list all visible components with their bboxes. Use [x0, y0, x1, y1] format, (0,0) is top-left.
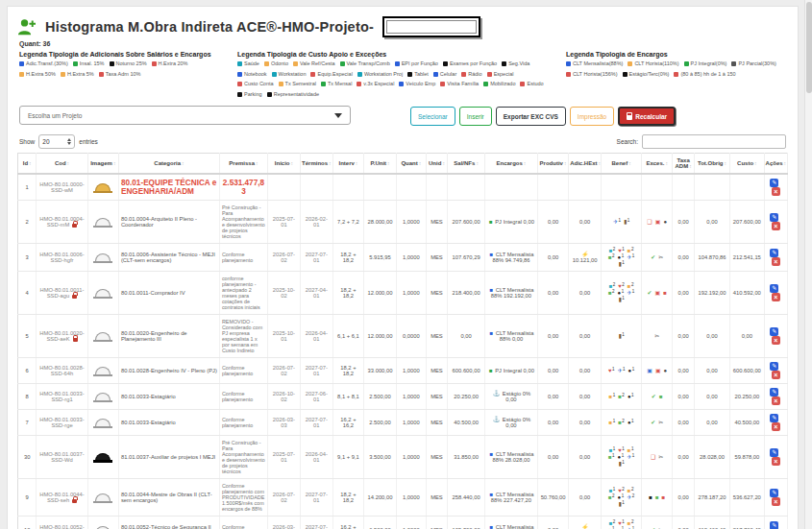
termino-date: 2027-06-01 — [306, 391, 328, 402]
cell-inicio: 2025-07-01 — [267, 436, 300, 479]
monitor-red-icon: ▣ — [655, 368, 661, 373]
monitor-red-icon: ▣ — [655, 290, 661, 296]
col-header-quant[interactable]: Quant↕ — [396, 154, 426, 175]
col-header-sal[interactable]: Sal/NFs↕ — [448, 154, 485, 175]
col-header-exces[interactable]: Exces.↕ — [642, 154, 673, 175]
col-header-interv[interactable]: Interv↕ — [332, 154, 363, 175]
cell-quant: 1,0000 — [396, 436, 426, 479]
col-header-custo[interactable]: Custo↕ — [730, 154, 765, 175]
plane-icon: ✈1 — [627, 254, 634, 260]
col-header-cod[interactable]: Cod↕ — [37, 154, 87, 175]
exces-icons: ■■■ — [644, 494, 670, 500]
cell-custo: 536.627,20 — [730, 479, 765, 517]
edit-button[interactable]: ✎ — [770, 327, 778, 336]
quant-label: Quant: 36 — [19, 40, 788, 47]
entries-label: entries — [79, 138, 98, 145]
cell-punit: 14.200,00 — [364, 479, 397, 517]
check-green-icon: ✔ — [652, 394, 656, 399]
legend-title: Legenda Tipologia de Custo Apoio e Exceç… — [237, 51, 554, 58]
cell-exces: ■■■ — [642, 479, 673, 517]
cell-prod: 0,00 — [537, 272, 568, 315]
cell-custo: 600.600,00 — [730, 358, 765, 384]
col-header-taxa[interactable]: Taxa ADM↕ — [673, 154, 695, 175]
selecionar-button[interactable]: Selecionar — [410, 107, 455, 126]
delete-button[interactable]: × — [772, 371, 780, 379]
cell-termino: 2027-07-01 — [300, 479, 332, 517]
legend-title: Legenda Tipologia de Encargos — [566, 51, 797, 58]
cell-img — [87, 315, 118, 358]
search-label: Search: — [617, 138, 638, 145]
scrollbar[interactable] — [804, 0, 812, 529]
cell-adic: 0,00 — [569, 410, 602, 436]
legend-swatch-icon — [357, 82, 361, 86]
delete-button[interactable]: × — [772, 257, 780, 266]
delete-button[interactable]: × — [772, 497, 780, 506]
edit-button[interactable]: ✎ — [770, 489, 778, 497]
cell-taxa: 0,00 — [673, 410, 695, 436]
premissa-text: Conforme planejamento — [222, 524, 253, 529]
delete-button[interactable]: × — [772, 222, 780, 230]
col-header-enc[interactable]: Encargos↕ — [485, 154, 538, 175]
flash-icon: ⚡ — [581, 252, 589, 257]
legend-swatch-icon — [272, 72, 277, 77]
col-header-acoes[interactable]: Ações↕ — [764, 154, 787, 175]
cell-tot: 0,00 — [694, 201, 729, 244]
col-header-benef[interactable]: Benef↕ — [602, 154, 642, 175]
termino-date: 2026-04-01 — [306, 330, 328, 342]
delete-button[interactable]: × — [772, 187, 780, 196]
sq-black-icon: ■ — [649, 494, 652, 500]
cell-quant: 1,0000 — [396, 244, 426, 272]
sort-icon: ↕ — [182, 160, 185, 166]
search-input[interactable] — [642, 134, 786, 149]
edit-button[interactable]: ✎ — [770, 448, 778, 457]
delete-button[interactable]: × — [772, 422, 780, 431]
delete-button[interactable]: × — [772, 397, 780, 405]
edit-button[interactable]: ✎ — [770, 521, 778, 529]
table-row: 6HMO-80.01.0028-SSD-64h80.01.0028-Engenh… — [18, 358, 788, 384]
edit-button[interactable]: ✎ — [770, 179, 778, 187]
edit-button[interactable]: ✎ — [770, 213, 778, 222]
flash-icon: ⚡ — [581, 524, 589, 529]
helmet-icon — [95, 453, 111, 461]
project-select[interactable]: Escolha um Projeto — [19, 106, 351, 125]
col-header-id[interactable]: Id↕ — [18, 154, 37, 175]
cell-benef: ■1■2●1 — [602, 410, 642, 436]
impress-o-button[interactable]: Impressão — [570, 107, 614, 126]
cell-cat: 80.01-EQUIPE TÉCNICA e ENGENHARIA/ADM — [118, 174, 219, 201]
edit-button[interactable]: ✎ — [770, 249, 778, 257]
encargo-text: CLT Mensalista 88% 192.192,00 — [491, 287, 534, 299]
cell-enc: ■ CLT Mensalista 88% 227.427,20 — [485, 479, 538, 517]
col-header-prem[interactable]: Premissa↕ — [219, 154, 267, 175]
edit-button[interactable]: ✎ — [770, 362, 778, 371]
legend-item: Insal. 15% — [73, 60, 105, 68]
sq-red-icon: ■ — [663, 290, 667, 296]
col-header-punit[interactable]: P.Unit↕ — [364, 154, 397, 175]
cell-cod: HMO-80.01.0037-SSD-Wd — [37, 436, 87, 479]
page-size-select[interactable]: 20 — [38, 134, 75, 149]
exportar-exc-cvs-button[interactable]: Exportar EXC CVS — [496, 107, 566, 126]
recalcular-button[interactable]: Recalcular — [618, 107, 676, 126]
col-header-prod[interactable]: Produtiv↕ — [537, 154, 568, 175]
edit-button[interactable]: ✎ — [770, 414, 778, 422]
col-header-cat[interactable]: Categoria↕ — [118, 154, 219, 175]
edit-button[interactable]: ✎ — [770, 284, 778, 293]
scrollbar-thumb[interactable] — [806, 2, 812, 93]
col-header-unid[interactable]: Unid↕ — [426, 154, 448, 175]
premissa-text: Conforme planejamento — [222, 391, 253, 402]
legend-item: Rádio — [461, 70, 481, 79]
inserir-button[interactable]: Inserir — [459, 107, 492, 126]
termino-date: 2027-07-01 — [306, 492, 328, 503]
col-header-inicio[interactable]: Início↕ — [267, 154, 300, 175]
inicio-date: 2025-07-01 — [273, 451, 295, 463]
col-header-adic[interactable]: Adic.HExt↕ — [569, 154, 602, 175]
delete-button[interactable]: × — [772, 293, 780, 301]
legend-item: Celular — [433, 70, 456, 79]
delete-button[interactable]: × — [772, 457, 780, 466]
delete-button[interactable]: × — [772, 336, 780, 345]
col-header-img[interactable]: Imagem↕ — [87, 154, 118, 175]
cell-acoes: ✎× — [764, 479, 787, 517]
cell-cat: 80.01.0006-Assistente Técnico - MEJI (CL… — [118, 244, 219, 272]
col-header-tot[interactable]: Tot.Obrig↕ — [694, 154, 729, 175]
col-header-termino[interactable]: Términos↕ — [300, 154, 332, 175]
edit-button[interactable]: ✎ — [770, 388, 778, 397]
